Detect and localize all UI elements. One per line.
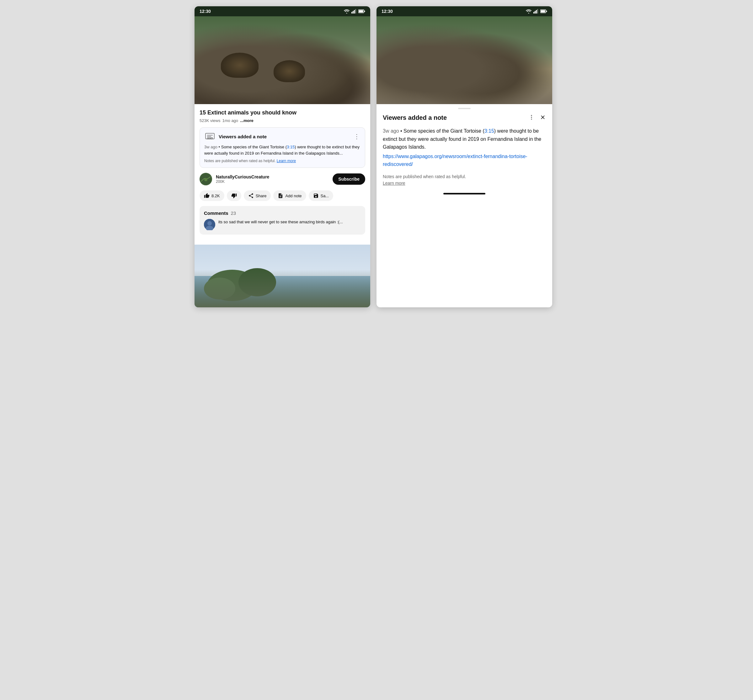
comment-row: its so sad that we will never get to see… [204,219,361,230]
note-body-text: Some species of the Giant Tortoise (3:15… [204,145,359,156]
svg-rect-27 [537,9,538,14]
channel-avatar[interactable] [200,173,212,186]
home-indicator [443,193,485,195]
comments-section: Comments 23 its so sad that we will neve… [200,206,365,235]
share-icon [248,193,254,198]
thumbs-down-icon [231,193,237,198]
second-video-image [195,245,370,307]
svg-rect-3 [355,9,356,14]
status-icons-right [526,9,547,14]
app-container: 12:30 [188,0,565,313]
note-timestamp-link[interactable]: 3:15 [287,145,295,149]
svg-point-22 [239,268,276,296]
tortoise-2 [273,60,305,82]
right-phone: 12:30 [376,6,552,307]
signal-icon-right [533,9,538,14]
video-thumbnail-left[interactable] [195,16,370,104]
subscribe-button[interactable]: Subscribe [333,173,365,185]
svg-point-10 [211,138,213,139]
save-label: Sa... [321,193,329,198]
add-note-icon [278,193,283,198]
channel-name[interactable]: NaturallyCuriousCreature [216,175,269,179]
channel-row: NaturallyCuriousCreature 200K Subscribe [200,173,365,186]
avatar-image [200,173,212,186]
channel-left: NaturallyCuriousCreature 200K [200,173,269,186]
comment-avatar [204,219,215,230]
share-button[interactable]: Share [244,190,271,201]
sheet-handle[interactable] [458,108,470,109]
add-note-button[interactable]: Add note [273,190,306,201]
svg-point-33 [531,118,532,120]
sheet-footer: Notes are published when rated as helpfu… [383,173,546,187]
svg-rect-0 [352,12,352,14]
comments-header: Comments 23 [204,210,361,216]
video-title: 15 Extinct animals you should know [200,109,365,116]
note-footer-text: Notes are published when rated as helpfu… [204,159,275,163]
note-body: 3w ago • Some species of the Giant Torto… [204,144,361,156]
view-count: 523K views [200,118,220,123]
svg-rect-26 [536,10,537,14]
svg-point-32 [531,117,532,118]
svg-point-15 [204,178,208,181]
sheet-header-icons [528,114,546,122]
battery-icon-right [540,9,547,13]
sheet-title: Viewers added a note [383,114,447,122]
note-icon-svg [205,133,215,140]
channel-subs: 200K [216,179,269,184]
note-title: Viewers added a note [219,134,267,139]
sheet-dot: • [400,128,403,134]
commenter-avatar [204,219,215,230]
svg-point-9 [209,138,211,139]
wifi-icon [344,9,350,14]
save-icon [313,193,319,198]
sheet-age: 3w ago [383,128,399,134]
bottom-sheet: Viewers added a note [376,108,552,206]
status-bar-left: 12:30 [195,6,370,16]
note-header-left: Viewers added a note [204,132,267,141]
channel-info: NaturallyCuriousCreature 200K [216,175,269,184]
sheet-timestamp-link[interactable]: 3:15 [484,128,494,134]
note-footer: Notes are published when rated as helpfu… [204,159,361,163]
time-right: 12:30 [381,9,393,14]
note-menu-button[interactable]: ⋮ [354,133,361,140]
time-left: 12:30 [200,9,211,14]
add-note-label: Add note [285,193,302,198]
left-phone: 12:30 [195,6,370,307]
learn-more-link[interactable]: Learn more [277,159,296,163]
sheet-learn-more[interactable]: Learn more [383,181,405,186]
svg-point-31 [531,115,532,116]
svg-rect-2 [354,10,355,14]
more-link[interactable]: ...more [240,118,253,123]
second-video-thumb[interactable] [195,245,370,307]
wifi-icon-right [526,9,531,14]
sheet-close-button[interactable] [540,114,546,122]
share-label: Share [256,193,267,198]
signal-icon [352,9,356,14]
action-row: 8.2K Share Add note [200,190,365,201]
like-button[interactable]: 8.2K [200,190,224,201]
svg-rect-7 [206,133,214,139]
thumbs-up-icon [204,193,209,198]
sheet-url[interactable]: https://www.galapagos.org/newsroom/extin… [383,153,546,168]
svg-rect-20 [195,276,370,307]
svg-rect-25 [534,11,536,14]
note-card-header: Viewers added a note ⋮ [204,132,361,141]
video-content: 15 Extinct animals you should know 523K … [195,104,370,245]
comment-text: its so sad that we will never get to see… [219,219,343,225]
tortoise-1 [221,53,259,78]
sheet-header: Viewers added a note [383,114,546,122]
viewers-icon [204,132,216,141]
video-age: 1mo ago [222,118,238,123]
right-video-thumbnail[interactable] [376,16,552,104]
dislike-button[interactable] [227,190,241,201]
sheet-menu-button[interactable] [528,114,534,122]
svg-rect-1 [353,11,354,14]
battery-icon [358,9,365,13]
svg-rect-29 [541,10,545,12]
status-icons-left [344,9,365,14]
note-age: 3w ago [204,145,217,149]
save-button[interactable]: Sa... [309,190,334,201]
svg-point-21 [207,270,257,301]
sheet-footer-text: Notes are published when rated as helpfu… [383,174,466,179]
svg-point-8 [208,138,209,139]
